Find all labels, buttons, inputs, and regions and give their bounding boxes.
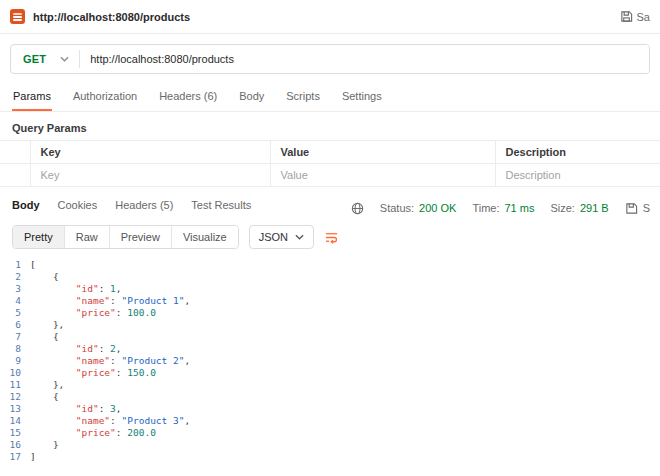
tab-scripts[interactable]: Scripts xyxy=(285,82,321,111)
save-button[interactable]: Sa xyxy=(620,10,650,23)
request-title: http://localhost:8080/products xyxy=(33,11,620,23)
chevron-down-icon xyxy=(295,234,304,240)
size-value: 291 B xyxy=(580,202,609,214)
tab-authorization[interactable]: Authorization xyxy=(72,82,138,111)
table-row: Key Value Description xyxy=(0,164,660,187)
response-header: Body Cookies Headers (5) Test Results St… xyxy=(0,187,660,217)
row-select-gutter xyxy=(0,164,30,187)
view-tab-raw[interactable]: Raw xyxy=(64,226,109,248)
row-select-gutter xyxy=(0,141,30,164)
value-input[interactable]: Value xyxy=(270,164,495,187)
tab-body[interactable]: Body xyxy=(238,82,265,111)
wrap-line-icon xyxy=(324,231,339,244)
method-label: GET xyxy=(23,53,46,65)
save-icon xyxy=(620,10,633,23)
key-input[interactable]: Key xyxy=(30,164,270,187)
tab-params[interactable]: Params xyxy=(12,82,52,111)
request-header-bar: http://localhost:8080/products Sa xyxy=(0,0,660,34)
request-url-row: GET xyxy=(0,34,660,82)
save-response-label: S xyxy=(643,202,650,214)
time-label: Time: xyxy=(472,202,499,214)
format-select[interactable]: JSON xyxy=(249,225,314,249)
view-tab-preview[interactable]: Preview xyxy=(109,226,171,248)
line-numbers: 1234567891011121314151617 xyxy=(0,259,30,463)
column-header-key: Key xyxy=(30,141,270,164)
response-body-viewer: 1234567891011121314151617 [ { "id": 1, "… xyxy=(0,257,660,463)
status-badge: 200 OK xyxy=(419,202,456,214)
save-button-label: Sa xyxy=(637,11,650,23)
table-header-row: Key Value Description xyxy=(0,141,660,164)
chevron-down-icon xyxy=(60,56,69,62)
response-tabs: Body Cookies Headers (5) Test Results xyxy=(12,199,351,217)
query-params-title: Query Params xyxy=(0,112,660,140)
tab-settings[interactable]: Settings xyxy=(341,82,383,111)
request-icon xyxy=(10,9,25,24)
network-icon[interactable] xyxy=(351,202,364,215)
url-box: GET xyxy=(10,44,650,74)
description-input[interactable]: Description xyxy=(495,164,660,187)
response-tab-test-results[interactable]: Test Results xyxy=(191,199,251,217)
url-input[interactable] xyxy=(80,45,649,73)
view-tab-visualize[interactable]: Visualize xyxy=(171,226,238,248)
tab-headers[interactable]: Headers (6) xyxy=(158,82,218,111)
save-response-icon[interactable] xyxy=(625,202,638,215)
status-label: Status: xyxy=(380,202,414,214)
code-lines: [ { "id": 1, "name": "Product 1", "price… xyxy=(30,259,660,463)
time-value: 71 ms xyxy=(504,202,534,214)
size-label: Size: xyxy=(550,202,574,214)
format-label: JSON xyxy=(259,231,288,243)
view-mode-switch: Pretty Raw Preview Visualize xyxy=(12,225,239,249)
response-tab-body[interactable]: Body xyxy=(12,199,40,217)
wrap-line-button[interactable] xyxy=(324,231,339,244)
response-tab-headers[interactable]: Headers (5) xyxy=(115,199,173,217)
response-toolbar: Pretty Raw Preview Visualize JSON xyxy=(0,217,660,257)
query-params-table: Key Value Description Key Value Descript… xyxy=(0,140,660,187)
column-header-value: Value xyxy=(270,141,495,164)
response-tab-cookies[interactable]: Cookies xyxy=(58,199,98,217)
request-tabs: Params Authorization Headers (6) Body Sc… xyxy=(0,82,660,112)
response-meta: Status: 200 OK Time: 71 ms Size: 291 B S xyxy=(351,202,650,215)
column-header-description: Description xyxy=(495,141,660,164)
view-tab-pretty[interactable]: Pretty xyxy=(13,226,64,248)
method-select[interactable]: GET xyxy=(11,45,79,73)
